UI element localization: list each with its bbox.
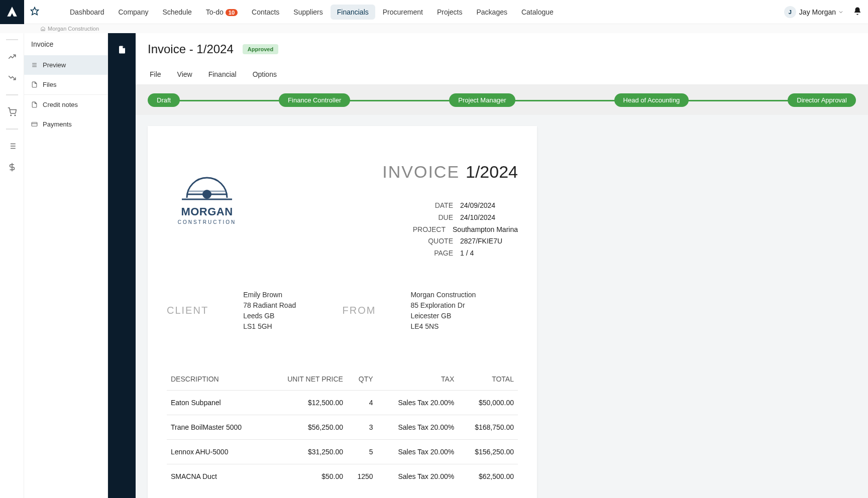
sidebar-item-label: Payments	[43, 120, 72, 128]
page-title: Invoice - 1/2024	[148, 42, 234, 56]
left-rail	[0, 33, 24, 498]
star-icon[interactable]	[30, 7, 39, 17]
chevron-down-icon	[838, 9, 844, 15]
nav-todo[interactable]: To-do10	[199, 5, 244, 20]
svg-point-18	[202, 190, 211, 199]
sidebar: Invoice Preview Files Credit notes Payme…	[24, 33, 108, 498]
flow-draft[interactable]: Draft	[148, 93, 180, 107]
user-menu[interactable]: J Jay Morgan	[784, 6, 844, 18]
invoice-number: 1/2024	[466, 162, 518, 181]
company-logo: MORGAN CONSTRUCTION	[167, 162, 247, 232]
bell-icon[interactable]	[853, 7, 862, 17]
nav-projects[interactable]: Projects	[430, 5, 469, 20]
tab-financial[interactable]: Financial	[206, 66, 239, 84]
sidebar-item-label: Preview	[43, 61, 66, 69]
trend-up-icon[interactable]	[8, 52, 17, 61]
avatar: J	[784, 6, 796, 18]
tab-options[interactable]: Options	[251, 66, 279, 84]
user-name: Jay Morgan	[799, 8, 836, 16]
sidebar-payments[interactable]: Payments	[24, 114, 107, 134]
nav-company[interactable]: Company	[112, 5, 155, 20]
svg-rect-13	[32, 122, 37, 127]
cart-icon[interactable]	[8, 107, 17, 116]
tab-view[interactable]: View	[175, 66, 194, 84]
svg-marker-0	[31, 8, 39, 15]
status-badge: Approved	[243, 44, 278, 54]
flow-head-accounting[interactable]: Head of Accounting	[614, 93, 689, 107]
note-icon	[31, 101, 38, 108]
bank-icon	[40, 26, 46, 32]
trend-down-icon[interactable]	[8, 73, 17, 82]
lines-icon	[31, 62, 38, 68]
invoice-word: INVOICE	[382, 162, 460, 182]
client-address: Emily Brown 78 Radiant Road Leeds GB LS1…	[243, 290, 296, 332]
list-icon[interactable]	[8, 142, 17, 151]
card-icon	[31, 121, 38, 128]
from-label: FROM	[343, 305, 376, 316]
client-label: CLIENT	[167, 305, 208, 316]
nav-procurement[interactable]: Procurement	[376, 5, 429, 20]
nav-catalogue[interactable]: Catalogue	[515, 5, 560, 20]
line-items-table: DESCRIPTION UNIT NET PRICE QTY TAX TOTAL…	[167, 370, 518, 488]
dollar-icon[interactable]	[8, 163, 17, 172]
svg-point-1	[11, 115, 12, 116]
nav-contacts[interactable]: Contacts	[245, 5, 286, 20]
nav-schedule[interactable]: Schedule	[156, 5, 198, 20]
svg-point-2	[15, 115, 16, 116]
file-icon	[31, 81, 38, 88]
flow-finance-controller[interactable]: Finance Controller	[279, 93, 350, 107]
invoice-document: MORGAN CONSTRUCTION INVOICE 1/2024 DATE2…	[148, 126, 537, 498]
page-icon	[118, 44, 127, 55]
table-row: SMACNA Duct$50.001250Sales Tax 20.00%$62…	[167, 464, 518, 488]
table-row: Eaton Subpanel$12,500.004Sales Tax 20.00…	[167, 390, 518, 415]
doc-thumb[interactable]	[108, 33, 136, 498]
sidebar-preview[interactable]: Preview	[24, 55, 107, 75]
todo-badge: 10	[226, 9, 238, 16]
flow-director-approval[interactable]: Director Approval	[788, 93, 856, 107]
flow-project-manager[interactable]: Project Manager	[449, 93, 515, 107]
logo-graphic	[177, 170, 237, 205]
table-row: Lennox AHU-5000$31,250.005Sales Tax 20.0…	[167, 439, 518, 464]
nav-suppliers[interactable]: Suppliers	[287, 5, 329, 20]
nav-packages[interactable]: Packages	[470, 5, 513, 20]
app-logo[interactable]	[0, 0, 24, 24]
sidebar-files[interactable]: Files	[24, 75, 107, 94]
breadcrumb: Morgan Construction	[0, 24, 868, 33]
top-nav: Dashboard Company Schedule To-do10 Conta…	[63, 5, 560, 20]
tab-file[interactable]: File	[148, 66, 163, 84]
nav-dashboard[interactable]: Dashboard	[63, 5, 111, 20]
approval-flow: Draft Finance Controller Project Manager…	[136, 85, 868, 115]
from-address: Morgan Construction 85 Exploration Dr Le…	[410, 290, 476, 332]
sidebar-title: Invoice	[24, 33, 107, 55]
nav-financials[interactable]: Financials	[331, 5, 375, 20]
table-row: Trane BoilMaster 5000$56,250.003Sales Ta…	[167, 415, 518, 439]
sidebar-item-label: Credit notes	[43, 101, 78, 108]
sidebar-credit-notes[interactable]: Credit notes	[24, 95, 107, 114]
sidebar-item-label: Files	[43, 81, 56, 88]
